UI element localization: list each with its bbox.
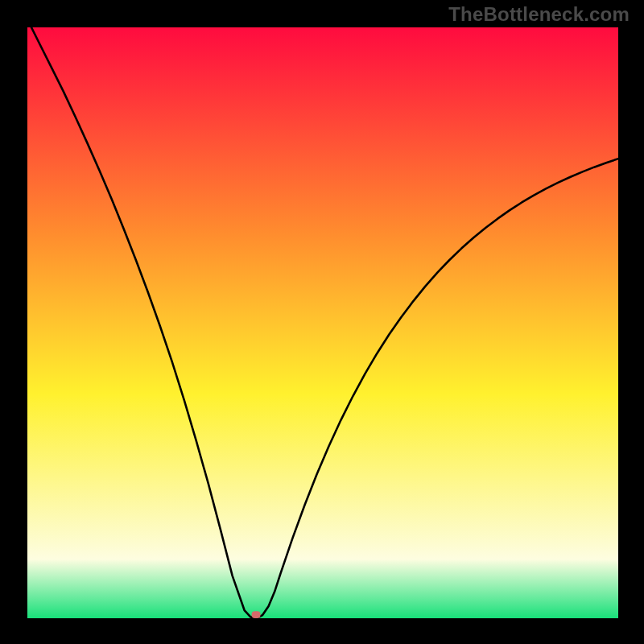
minimum-marker [252,611,261,618]
plot-background [27,27,618,618]
bottleneck-chart [0,0,644,644]
chart-container: TheBottleneck.com [0,0,644,644]
watermark-label: TheBottleneck.com [448,3,630,26]
